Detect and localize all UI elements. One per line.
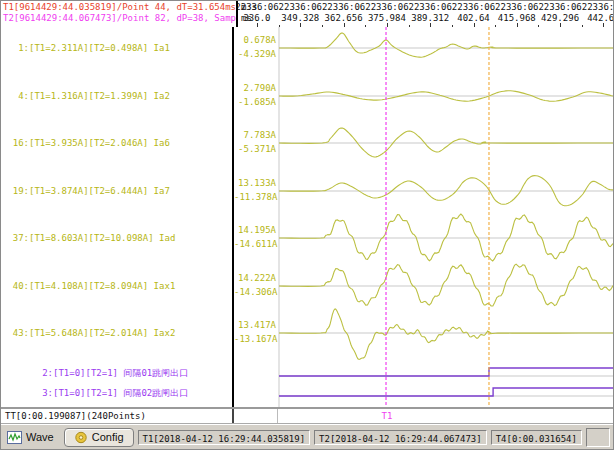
channel-values-and-name: [T1=8.603A][T2=10.098A] Iad (29, 232, 175, 244)
top-header: T1[9614429:44.035819]/Point 44, dT=31.65… (1, 1, 613, 28)
summary-divider-2 (277, 409, 278, 423)
time-tick-label: 22336:06415.968 (495, 2, 538, 24)
digital-trace-1 (279, 368, 613, 376)
channel-label-间隔01跳闸出口[interactable]: 2:[T1=0][T2=1] 间隔01跳闸出口 (27, 367, 188, 379)
main-area: 1:[T1=2.311A][T2=0.498A] Ia14:[T1=1.316A… (1, 27, 613, 407)
channel-values-and-name: [T1=4.108A][T2=8.094A] Iax1 (29, 280, 175, 292)
channel-number: 43: (3, 327, 29, 339)
amplitude-max-label: 13.417A (234, 320, 277, 331)
channel-label-Ia7[interactable]: 19:[T1=3.874A][T2=6.444A] Ia7 (3, 185, 170, 197)
t1-cursor-label: T1 (378, 411, 396, 421)
time-axis-header: m:s ms 22336:06336.022336:06349.32822336… (238, 1, 613, 27)
amplitude-min-label: -14.611A (234, 239, 277, 250)
tab-wave-label: Wave (26, 431, 54, 443)
status-empty-field (586, 428, 610, 447)
amplitude-min-label: -14.306A (234, 287, 277, 298)
amplitude-max-label: 7.783A (234, 130, 277, 141)
amplitude-min-label: -4.329A (234, 49, 277, 60)
amplitude-min-label: -13.167A (234, 334, 277, 345)
waveform-canvas[interactable] (234, 27, 613, 407)
amplitude-min-label: -5.371A (234, 144, 277, 155)
channel-values-and-name: [T1=3.935A][T2=2.046A] Ia6 (29, 137, 170, 149)
time-tick-label: 22336:06442.62 (582, 2, 613, 24)
amplitude-max-label: 2.790A (234, 83, 277, 94)
channel-number: 4: (3, 90, 29, 102)
tab-wave[interactable]: Wave (4, 429, 60, 446)
status-t4-field: T4[0:00.031654] (491, 430, 582, 445)
channel-number: 16: (3, 137, 29, 149)
cursor-info-panel: T1[9614429:44.035819]/Point 44, dT=31.65… (1, 1, 238, 27)
amplitude-max-label: 13.133A (234, 178, 277, 189)
digital-trace-2 (279, 388, 613, 396)
time-tick-label: 22336:06402.64 (452, 2, 495, 24)
channel-label-间隔02跳闸出口[interactable]: 3:[T1=0][T2=1] 间隔02跳闸出口 (27, 387, 188, 399)
channel-number: 2: (27, 367, 53, 379)
time-tick-label: 22336:06336.0 (238, 2, 279, 24)
t1-info-text: T1[9614429:44.035819]/Point 44, dT=31.65… (3, 2, 234, 13)
summary-row: TT[0:00.199087](240Points) T1 (1, 409, 613, 424)
summary-divider (232, 409, 234, 423)
waveform-trace-Ia1 (279, 33, 613, 57)
channel-label-Iax1[interactable]: 40:[T1=4.108A][T2=8.094A] Iax1 (3, 280, 175, 292)
amplitude-min-label: -1.685A (234, 97, 277, 108)
channel-label-Iax2[interactable]: 43:[T1=5.648A][T2=2.014A] Iax2 (3, 327, 175, 339)
channel-label-Ia6[interactable]: 16:[T1=3.935A][T2=2.046A] Ia6 (3, 137, 170, 149)
config-button[interactable]: Config (64, 428, 134, 447)
status-t2-field: T2[2018-04-12 16:29:44.067473] (314, 430, 487, 445)
channel-label-Ia1[interactable]: 1:[T1=2.311A][T2=0.498A] Ia1 (3, 42, 170, 54)
time-tick-label: 22336:06375.984 (365, 2, 408, 24)
channel-values-and-name: [T1=0][T2=1] 间隔01跳闸出口 (53, 367, 188, 379)
config-icon (74, 431, 88, 444)
waveform-icon (7, 431, 22, 444)
channel-number: 3: (27, 387, 53, 399)
channel-number: 19: (3, 185, 29, 197)
amplitude-max-label: 0.678A (234, 35, 277, 46)
channel-values-and-name: [T1=0][T2=1] 间隔02跳闸出口 (53, 387, 188, 399)
time-tick-label: 22336:06389.312 (409, 2, 452, 24)
total-time-label: TT[0:00.199087](240Points) (5, 411, 146, 422)
config-button-label: Config (92, 431, 124, 443)
status-t1-field: T1[2018-04-12 16:29:44.035819] (138, 430, 311, 445)
channel-number: 40: (3, 280, 29, 292)
amplitude-min-label: -11.378A (234, 192, 277, 203)
channel-values-and-name: [T1=1.316A][T2=1.399A] Ia2 (29, 90, 170, 102)
channel-label-panel: 1:[T1=2.311A][T2=0.498A] Ia14:[T1=1.316A… (1, 27, 234, 407)
waveform-trace-Iax2 (279, 309, 613, 360)
channel-values-and-name: [T1=5.648A][T2=2.014A] Iax2 (29, 327, 175, 339)
amplitude-max-label: 14.195A (234, 225, 277, 236)
channel-label-Iad[interactable]: 37:[T1=8.603A][T2=10.098A] Iad (3, 232, 175, 244)
channel-number: 1: (3, 42, 29, 54)
channel-values-and-name: [T1=3.874A][T2=6.444A] Ia7 (29, 185, 170, 197)
time-tick-label: 22336:06349.328 (279, 2, 322, 24)
time-tick-label: 22336:06429.296 (538, 2, 581, 24)
wave-viewer-window: T1[9614429:44.035819]/Point 44, dT=31.65… (0, 0, 614, 450)
amplitude-max-label: 14.222A (234, 273, 277, 284)
waveform-trace-Iax1 (279, 264, 613, 306)
channel-label-Ia2[interactable]: 4:[T1=1.316A][T2=1.399A] Ia2 (3, 90, 170, 102)
t2-info-text: T2[9614429:44.067473]/Point 82, dP=38, S… (3, 13, 234, 24)
channel-number: 37: (3, 232, 29, 244)
status-bar: Wave Config T1[2018-04-12 16:29:44.03581… (1, 424, 613, 449)
channel-values-and-name: [T1=2.311A][T2=0.498A] Ia1 (29, 42, 170, 54)
waveform-panel[interactable]: 0.678A-4.329A2.790A-1.685A7.783A-5.371A1… (234, 27, 613, 407)
time-tick-label: 22336:06362.656 (322, 2, 365, 24)
